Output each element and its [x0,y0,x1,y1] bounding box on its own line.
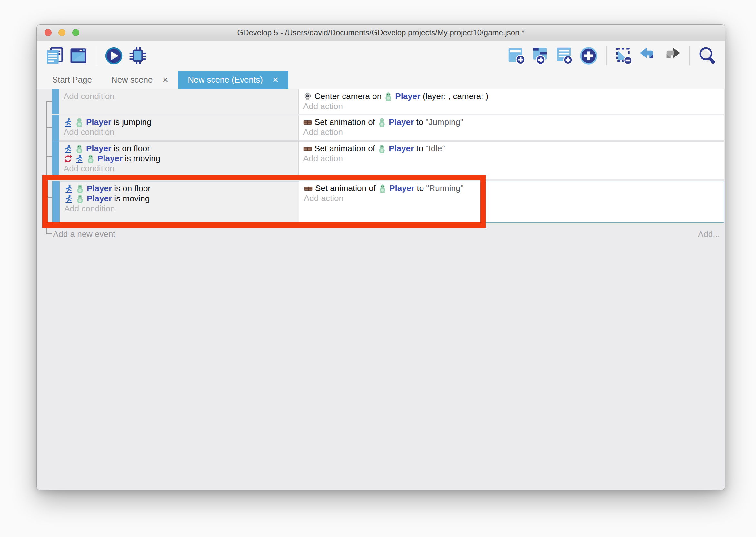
tab-bar: Start PageNew scene×New scene (Events)× [37,71,725,89]
add-action-button[interactable]: Add action [303,154,724,164]
player-object-icon [75,144,84,153]
animation-icon [303,118,312,127]
action-line[interactable]: Set animation of Player to "Idle" [303,144,724,154]
toolbar-divider [96,47,96,65]
event-tree-line [46,127,52,128]
search-icon [698,47,717,65]
actions-cell[interactable]: Set animation of Player to "Running"Add … [299,181,724,222]
add-action-button[interactable]: Add action [303,101,724,111]
search-button[interactable] [698,47,717,65]
player-object-icon [378,184,387,193]
add-event-button[interactable] [508,47,526,65]
add-condition-button[interactable]: Add condition [63,127,298,137]
event-drag-bar[interactable] [52,115,59,141]
segment-text: is moving [123,154,160,164]
segment-text: to [414,144,425,154]
add-comment-button[interactable] [555,47,574,65]
add-subevent-button[interactable] [532,47,550,65]
undo-button[interactable] [639,47,657,65]
event-row[interactable]: Player is on floorPlayer is movingAdd co… [52,141,724,179]
add-condition-button[interactable]: Add condition [63,164,298,174]
add-button[interactable]: Add... [698,229,722,239]
condition-line[interactable]: Player is jumping [63,117,298,127]
add-new-event-button[interactable]: Add a new event [53,229,115,239]
segment-text: Set animation of [315,144,377,154]
actions-cell[interactable]: Set animation of Player to "Jumping"Add … [299,115,724,141]
segment-text: Center camera on [315,91,384,101]
events-footer: Add a new event Add... [53,227,722,240]
string-value: "Running" [426,183,463,193]
tab-label: New scene (Events) [188,75,263,85]
event-tree-line [46,233,52,234]
redo-icon [662,47,681,65]
object-name: Player [86,144,111,154]
delete-selection-button[interactable] [615,47,633,65]
action-line[interactable]: Set animation of Player to "Jumping" [303,117,724,127]
titlebar[interactable]: GDevelop 5 - /Users/david/Documents/GDev… [37,24,725,41]
delete-selection-icon [615,47,633,65]
conditions-cell[interactable]: Player is on floorPlayer is movingAdd co… [60,181,299,222]
tab-close-button[interactable]: × [273,74,279,85]
add-action-button[interactable]: Add action [303,127,724,137]
camera-icon [303,92,312,101]
debug-button[interactable] [128,47,147,65]
object-name: Player [87,184,112,194]
preview-play-button[interactable] [104,47,123,65]
toolbar [37,41,725,71]
tab-close-button[interactable]: × [162,74,169,85]
conditions-cell[interactable]: Player is jumpingAdd condition [59,115,299,141]
condition-line[interactable]: Player is on floor [64,184,299,194]
player-object-icon [75,118,84,127]
condition-line[interactable]: Player is moving [63,154,298,164]
tab-start-page[interactable]: Start Page [43,71,101,89]
player-object-icon [377,144,386,153]
segment-text: is on floor [111,144,150,154]
gdevelop-window: GDevelop 5 - /Users/david/Documents/GDev… [36,24,725,490]
add-more-icon [579,47,598,65]
condition-line[interactable]: Player is moving [64,194,299,204]
redo-button[interactable] [662,47,681,65]
event-row[interactable]: Player is on floorPlayer is movingAdd co… [52,181,724,223]
tab-new-scene-events[interactable]: New scene (Events)× [178,71,288,89]
segment-text: is jumping [111,117,151,127]
events-sheet[interactable]: Add conditionCenter camera on Player (la… [37,89,725,490]
event-drag-bar[interactable] [52,89,59,114]
toolbar-divider [689,47,690,65]
preview-play-icon [104,47,123,65]
add-more-button[interactable] [579,47,598,65]
toolbar-divider [606,47,607,65]
event-drag-bar[interactable] [53,181,60,222]
object-name: Player [389,117,414,127]
scene-editor-button[interactable] [69,47,88,65]
add-condition-button[interactable]: Add condition [64,204,299,214]
window-title: GDevelop 5 - /Users/david/Documents/GDev… [37,24,725,41]
event-tree-line [46,101,47,234]
event-drag-bar[interactable] [52,141,59,179]
actions-cell[interactable]: Center camera on Player (layer: , camera… [299,89,724,114]
toolbar-left-group [45,47,147,65]
player-object-icon [377,118,386,127]
event-tree-line [46,197,52,197]
scene-editor-icon [69,47,88,65]
conditions-cell[interactable]: Add condition [59,89,299,114]
segment-text: is on floor [112,184,151,194]
add-subevent-icon [532,47,550,65]
add-action-button[interactable]: Add action [304,193,724,203]
event-tree-line [46,101,52,102]
tab-new-scene[interactable]: New scene× [101,71,178,89]
action-line[interactable]: Set animation of Player to "Running" [304,183,724,193]
event-row[interactable]: Add conditionCenter camera on Player (la… [52,89,724,114]
player-object-icon [86,154,95,163]
project-manager-button[interactable] [45,47,64,65]
conditions-cell[interactable]: Player is on floorPlayer is movingAdd co… [59,141,299,179]
segment-text: (layer: , camera: ) [420,91,488,101]
add-condition-button[interactable]: Add condition [63,91,298,101]
player-object-icon [75,184,85,193]
event-row[interactable]: Player is jumpingAdd conditionSet animat… [52,115,724,141]
actions-cell[interactable]: Set animation of Player to "Idle"Add act… [299,141,724,179]
segment-text: Set animation of [315,183,378,193]
tab-label: New scene [111,75,153,85]
action-line[interactable]: Center camera on Player (layer: , camera… [303,91,724,101]
condition-line[interactable]: Player is on floor [63,144,298,154]
debug-icon [128,47,147,65]
